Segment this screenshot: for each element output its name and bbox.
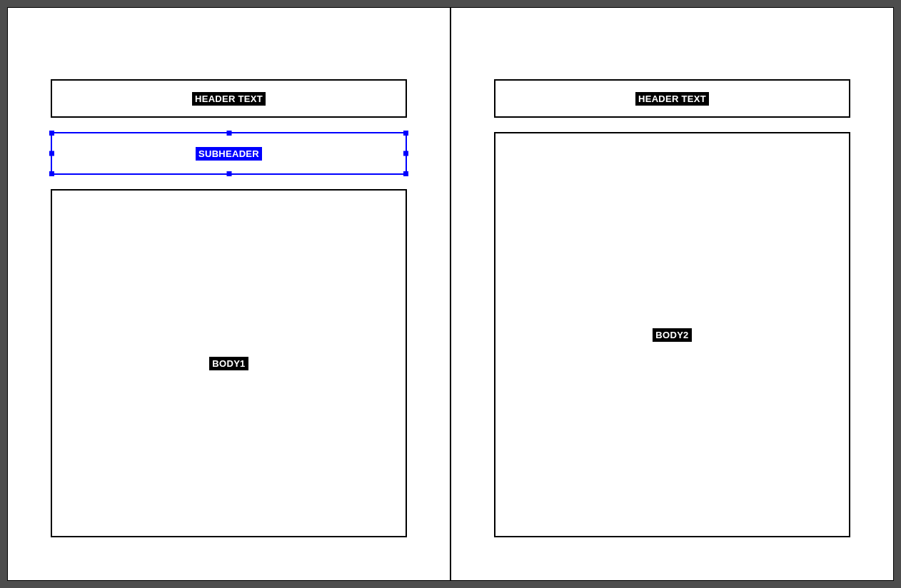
selection-handle-mid-left[interactable] bbox=[49, 151, 54, 156]
header-frame-page2[interactable]: HEADER TEXT bbox=[494, 79, 850, 118]
body-label: BODY2 bbox=[653, 328, 691, 342]
body-frame-page1[interactable]: BODY1 bbox=[51, 189, 407, 537]
page-left[interactable]: HEADER TEXT SUBHEADER BODY1 bbox=[7, 7, 450, 581]
selection-handle-top-right[interactable] bbox=[403, 131, 408, 136]
selection-handle-bottom-right[interactable] bbox=[403, 171, 408, 176]
header-label: HEADER TEXT bbox=[635, 92, 709, 106]
selection-handle-top-center[interactable] bbox=[226, 131, 231, 136]
subheader-frame-page1[interactable]: SUBHEADER bbox=[51, 132, 407, 175]
page-right[interactable]: HEADER TEXT BODY2 bbox=[450, 7, 894, 581]
selection-handle-bottom-left[interactable] bbox=[49, 171, 54, 176]
header-frame-page1[interactable]: HEADER TEXT bbox=[51, 79, 407, 118]
selection-handle-bottom-center[interactable] bbox=[226, 171, 231, 176]
body-frame-page2[interactable]: BODY2 bbox=[494, 132, 850, 537]
selection-handle-mid-right[interactable] bbox=[403, 151, 408, 156]
body-label: BODY1 bbox=[209, 357, 248, 370]
header-label: HEADER TEXT bbox=[192, 92, 266, 106]
selection-handle-top-left[interactable] bbox=[49, 131, 54, 136]
subheader-label: SUBHEADER bbox=[196, 147, 262, 161]
